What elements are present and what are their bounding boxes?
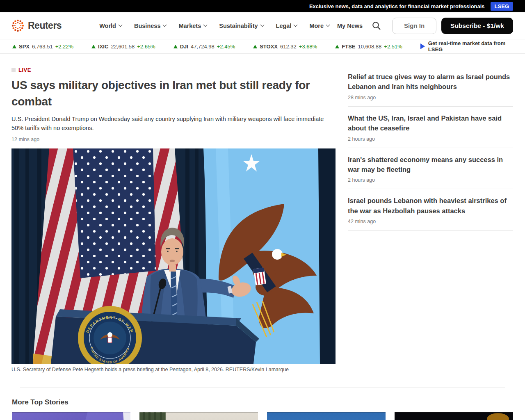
reuters-dots-icon [11, 19, 24, 32]
search-icon [372, 21, 381, 31]
main-content: LIVE US says military objectives in Iran… [0, 54, 525, 372]
mcc-event-photo: MCC MCC MCC [12, 412, 130, 420]
nav-more[interactable]: More [309, 23, 329, 29]
promo-tagline: Exclusive news, data and analytics for f… [309, 3, 485, 9]
rail-story: Relief at truce gives way to alarm as Is… [348, 72, 513, 107]
up-arrow-icon [91, 45, 96, 48]
play-icon [420, 43, 425, 49]
chevron-down-icon [203, 23, 208, 27]
rail-story-time: 2 hours ago [348, 177, 513, 183]
header-actions: My News Sign In Subscribe - $1/wk [337, 18, 513, 34]
up-arrow-icon [335, 45, 339, 48]
chevron-down-icon [163, 23, 167, 27]
ticker-ixic[interactable]: IXIC 22,601.58 +2.65% [91, 43, 155, 50]
search-button[interactable] [372, 21, 381, 31]
photo-caption: U.S. Secretary of Defense Pete Hegseth h… [11, 367, 336, 372]
nav-business[interactable]: Business [134, 23, 166, 29]
live-badge: LIVE [11, 67, 336, 73]
interior-room-photo [139, 412, 258, 420]
rail-story-title[interactable]: What the US, Iran, Israel and Pakistan h… [348, 113, 513, 133]
lead-timestamp: 12 mins ago [11, 137, 336, 142]
nav-world[interactable]: World [99, 23, 122, 29]
rail-story-time: 28 mins ago [348, 95, 513, 100]
chevron-down-icon [260, 23, 264, 27]
nav-legal[interactable]: Legal [276, 23, 297, 29]
lead-story: LIVE US says military objectives in Iran… [11, 67, 336, 372]
primary-nav: World Business Markets Sustainability Le… [99, 23, 329, 29]
chevron-down-icon [294, 23, 298, 27]
site-header: Reuters World Business Markets Sustainab… [0, 12, 525, 39]
dark-screens-photo [395, 412, 513, 420]
rail-story-title[interactable]: Relief at truce gives way to alarm as Is… [348, 72, 513, 92]
rail-story: What the US, Iran, Israel and Pakistan h… [348, 107, 513, 148]
rail-story-title[interactable]: Iran's shattered economy means any succe… [348, 155, 513, 175]
press-briefing-photo: DEPARTMENT OF WAR UNITED STATES OF AMERI… [11, 148, 336, 364]
market-ticker: SPX 6,763.51 +2.22% IXIC 22,601.58 +2.65… [0, 39, 525, 54]
section-divider [20, 388, 505, 388]
lead-photo[interactable]: DEPARTMENT OF WAR UNITED STATES OF AMERI… [11, 148, 336, 364]
more-top-stories-row: MCC MCC MCC [0, 406, 525, 420]
chevron-down-icon [326, 23, 330, 27]
top-stories-rail: Relief at truce gives way to alarm as Is… [348, 67, 513, 372]
story-thumbnail-mcc-event[interactable]: MCC MCC MCC [12, 412, 130, 420]
nav-sustainability[interactable]: Sustainability [219, 23, 263, 29]
up-arrow-icon [173, 45, 178, 48]
up-arrow-icon [12, 45, 16, 48]
live-label: LIVE [18, 67, 31, 73]
lead-summary: U.S. President Donald Trump on Wednesday… [11, 115, 336, 133]
up-arrow-icon [253, 45, 257, 48]
story-thumbnail-sky[interactable] [267, 412, 386, 420]
rail-story-time: 2 hours ago [348, 136, 513, 142]
sky-clouds-photo [267, 412, 386, 420]
sign-in-button[interactable]: Sign In [392, 18, 436, 34]
rail-story-time: 42 mins ago [348, 219, 513, 224]
chevron-down-icon [119, 23, 123, 27]
rail-story: Israel pounds Lebanon with heaviest airs… [348, 189, 513, 231]
live-dot-icon [11, 68, 16, 72]
my-news-link[interactable]: My News [337, 23, 363, 29]
ticker-dji[interactable]: DJI 47,724.98 +2.45% [173, 43, 235, 50]
top-promo-bar: Exclusive news, data and analytics for f… [0, 0, 525, 12]
reuters-logo[interactable]: Reuters [11, 19, 62, 32]
subscribe-button[interactable]: Subscribe - $1/wk [441, 18, 513, 34]
lseg-data-cta[interactable]: Get real-time market data from LSEG [420, 40, 513, 52]
ticker-stoxx[interactable]: STOXX 612.32 +3.68% [253, 43, 317, 50]
lead-headline[interactable]: US says military objectives in Iran met … [11, 77, 336, 110]
more-top-stories-heading: More Top Stories [12, 398, 525, 406]
rail-story: Iran's shattered economy means any succe… [348, 148, 513, 189]
ticker-ftse[interactable]: FTSE 10,608.88 +2.51% [335, 43, 402, 50]
rail-story-title[interactable]: Israel pounds Lebanon with heaviest airs… [348, 196, 513, 216]
ticker-spx[interactable]: SPX 6,763.51 +2.22% [12, 43, 73, 50]
lseg-badge[interactable]: LSEG [491, 2, 513, 11]
story-thumbnail-interior[interactable] [139, 412, 258, 420]
story-thumbnail-dark-screens[interactable] [395, 412, 513, 420]
nav-markets[interactable]: Markets [178, 23, 207, 29]
reuters-wordmark: Reuters [28, 20, 62, 31]
